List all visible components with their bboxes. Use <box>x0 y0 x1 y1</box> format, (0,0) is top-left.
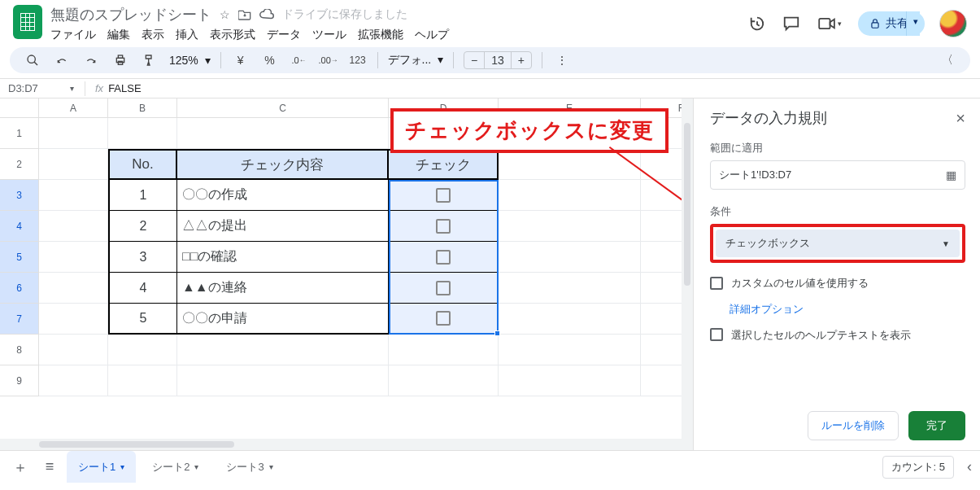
history-icon[interactable] <box>747 14 767 33</box>
sheets-app-icon[interactable] <box>13 5 42 39</box>
table-header-content[interactable]: チェック内容 <box>177 149 389 180</box>
done-button[interactable]: 完了 <box>908 411 965 440</box>
table-cell-text[interactable]: △△の提出 <box>177 211 389 242</box>
table-cell-no[interactable]: 1 <box>108 180 177 211</box>
chevron-down-icon[interactable]: ▾ <box>269 462 273 471</box>
font-size-increase[interactable]: + <box>512 52 531 68</box>
select-all-corner[interactable] <box>0 98 39 118</box>
sheet-tab-2[interactable]: シート2▾ <box>141 451 210 483</box>
increase-decimal-button[interactable]: .00→ <box>319 50 338 70</box>
font-size-control[interactable]: − 13 + <box>464 51 532 69</box>
checkbox-cell[interactable] <box>389 180 499 211</box>
sheet-tab-1[interactable]: シート1▾ <box>67 451 136 483</box>
quicksum-display[interactable]: カウント: 5 <box>882 456 954 479</box>
custom-values-checkbox[interactable]: カスタムのセル値を使用する <box>710 276 965 291</box>
meet-icon[interactable]: ▾ <box>816 14 843 33</box>
table-cell-text[interactable]: □□の確認 <box>177 242 389 273</box>
vertical-scrollbar[interactable] <box>682 98 693 439</box>
row-header[interactable]: 6 <box>0 273 39 304</box>
collapse-toolbar-icon[interactable]: 〈 <box>938 50 957 70</box>
table-cell-no[interactable]: 4 <box>108 273 177 304</box>
undo-icon[interactable] <box>52 50 72 70</box>
search-icon[interactable] <box>23 50 42 70</box>
explore-icon[interactable]: ‹ <box>967 458 972 475</box>
menu-data[interactable]: データ <box>267 28 301 42</box>
table-cell-no[interactable]: 3 <box>108 242 177 273</box>
checkbox-icon[interactable] <box>436 188 451 203</box>
font-size-value[interactable]: 13 <box>484 52 512 68</box>
show-help-text-checkbox[interactable]: 選択したセルのヘルプテキストを表示 <box>710 328 965 343</box>
move-icon[interactable] <box>238 9 251 20</box>
checkbox-cell[interactable] <box>389 304 499 335</box>
sheet-tab-3[interactable]: シート3▾ <box>215 451 284 483</box>
row-header[interactable]: 4 <box>0 211 39 242</box>
apply-range-input[interactable]: シート1'!D3:D7 ▦ <box>710 160 965 190</box>
table-cell-no[interactable]: 5 <box>108 304 177 335</box>
col-header-A[interactable]: A <box>39 98 108 118</box>
star-icon[interactable]: ☆ <box>220 8 230 21</box>
chevron-down-icon[interactable]: ▾ <box>120 462 124 471</box>
grid-select-icon[interactable]: ▦ <box>946 168 956 182</box>
table-cell-text[interactable]: ▲▲の連絡 <box>177 273 389 304</box>
table-cell-text[interactable]: 〇〇の作成 <box>177 180 389 211</box>
checkbox-icon[interactable] <box>436 219 451 234</box>
menu-extensions[interactable]: 拡張機能 <box>358 28 403 42</box>
advanced-options-link[interactable]: 詳細オプション <box>710 302 965 317</box>
add-sheet-button[interactable]: ＋ <box>8 455 33 479</box>
checkbox-cell[interactable] <box>389 242 499 273</box>
table-cell-no[interactable]: 2 <box>108 211 177 242</box>
row-header[interactable]: 7 <box>0 304 39 335</box>
print-icon[interactable] <box>111 50 130 70</box>
cloud-status-icon[interactable] <box>259 9 274 20</box>
row-header[interactable]: 8 <box>0 335 39 365</box>
name-box[interactable]: D3:D7 <box>0 81 63 96</box>
share-dropdown[interactable]: ▾ <box>906 11 925 36</box>
name-box-dropdown[interactable]: ▾ <box>63 84 80 93</box>
spreadsheet-grid[interactable]: A B C D E F 1 2 3 4 5 6 7 8 9 <box>0 98 694 450</box>
zoom-dropdown[interactable]: 125% ▾ <box>169 54 211 67</box>
all-sheets-button[interactable]: ≡ <box>37 455 62 479</box>
row-header[interactable]: 2 <box>0 149 39 180</box>
decrease-decimal-button[interactable]: .0← <box>290 50 309 70</box>
criteria-dropdown[interactable]: チェックボックス ▼ <box>716 230 960 257</box>
number-format-button[interactable]: 123 <box>348 50 368 70</box>
checkbox-cell[interactable] <box>389 211 499 242</box>
row-header[interactable]: 9 <box>0 365 39 396</box>
menu-format[interactable]: 表示形式 <box>210 28 255 42</box>
row-header[interactable]: 5 <box>0 242 39 273</box>
checkbox-icon[interactable] <box>436 281 451 295</box>
table-header-check[interactable]: チェック <box>389 149 499 180</box>
svg-line-3 <box>34 62 37 65</box>
chevron-down-icon[interactable]: ▾ <box>194 462 198 471</box>
row-header[interactable]: 1 <box>0 118 39 149</box>
formula-bar[interactable]: FALSE <box>108 82 141 94</box>
comments-icon[interactable] <box>782 14 801 33</box>
menu-edit[interactable]: 編集 <box>107 28 130 42</box>
redo-icon[interactable] <box>81 50 101 70</box>
more-tools-icon[interactable]: ⋮ <box>552 50 572 70</box>
horizontal-scrollbar[interactable] <box>0 439 693 450</box>
avatar[interactable] <box>939 10 967 37</box>
menu-insert[interactable]: 挿入 <box>176 28 198 42</box>
close-icon[interactable]: × <box>956 109 965 128</box>
currency-button[interactable]: ¥ <box>231 50 250 70</box>
doc-title[interactable]: 無題のスプレッドシート <box>50 5 211 24</box>
table-header-no[interactable]: No. <box>108 149 177 180</box>
col-header-C[interactable]: C <box>177 98 389 118</box>
svg-point-2 <box>28 55 35 63</box>
checkbox-icon[interactable] <box>436 311 451 326</box>
percent-button[interactable]: % <box>260 50 280 70</box>
menu-help[interactable]: ヘルプ <box>415 28 449 42</box>
row-header[interactable]: 3 <box>0 180 39 211</box>
font-size-decrease[interactable]: − <box>464 52 484 68</box>
menu-tools[interactable]: ツール <box>312 28 346 42</box>
delete-rule-button[interactable]: ルールを削除 <box>808 411 899 440</box>
checkbox-icon[interactable] <box>436 250 451 265</box>
menu-file[interactable]: ファイル <box>50 28 96 42</box>
col-header-B[interactable]: B <box>108 98 177 118</box>
font-dropdown[interactable]: デフォ... ▾ <box>388 53 443 68</box>
menu-view[interactable]: 表示 <box>142 28 164 42</box>
paint-format-icon[interactable] <box>140 50 159 70</box>
checkbox-cell[interactable] <box>389 273 499 304</box>
table-cell-text[interactable]: 〇〇の申請 <box>177 304 389 335</box>
